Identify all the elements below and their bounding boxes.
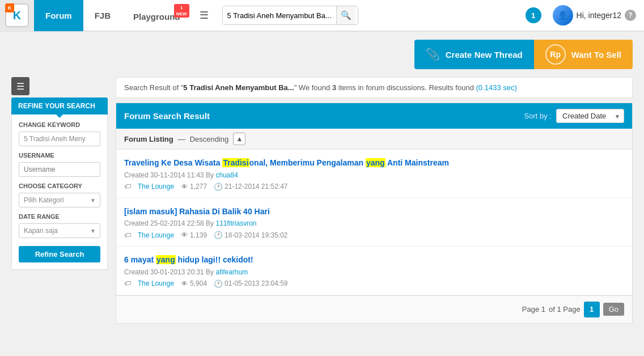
thread-author[interactable]: afifearhum bbox=[215, 268, 248, 276]
clip-icon: 📎 bbox=[426, 48, 440, 61]
refine-body: Change Keyword Username Choose Category … bbox=[11, 115, 108, 270]
notification-badge[interactable]: 1 bbox=[526, 7, 541, 23]
category-label: Choose Category bbox=[19, 183, 100, 189]
go-button[interactable]: Go bbox=[603, 303, 624, 316]
listing-order: Descending bbox=[190, 135, 229, 143]
listing-label: Forum Listing bbox=[124, 135, 173, 143]
thread-category[interactable]: The Lounge bbox=[138, 231, 174, 239]
thread-meta: Created 30-11-2014 11:43 By chua84 bbox=[124, 171, 624, 179]
date-label: Date Range bbox=[19, 213, 100, 220]
action-row: 📎 Create New Thread Rp Want To Sell bbox=[0, 32, 644, 77]
thread-meta: Created 30-01-2013 20:31 By afifearhum bbox=[124, 268, 624, 276]
category-select[interactable]: Pilih Kategori bbox=[19, 193, 100, 207]
user-greeting: Hi, integer12 bbox=[577, 11, 621, 20]
thread-title[interactable]: Traveling Ke Desa Wisata Tradisional, Me… bbox=[124, 158, 624, 169]
thread-views: 👁 1,139 bbox=[181, 231, 207, 239]
search-input[interactable] bbox=[223, 6, 336, 24]
logo-corner: K bbox=[5, 3, 14, 12]
user-area: 👤 Hi, integer12 ? bbox=[545, 5, 644, 26]
date-select[interactable]: Kapan saja bbox=[19, 223, 100, 238]
result-header: Forum Search Result Sort by : Created Da… bbox=[116, 103, 632, 129]
sort-label: Sort by : bbox=[524, 112, 552, 120]
page-of-label: of 1 Page bbox=[549, 305, 581, 313]
page-info: Page 1 bbox=[522, 305, 545, 313]
search-info-bar: Search Result of "5 Tradisi Aneh Menyamb… bbox=[116, 77, 633, 98]
date-select-wrapper: Kapan saja ▼ bbox=[19, 223, 100, 238]
thread-tags: 🏷 The Lounge 👁 5,904 🕐 01-05-2013 23:04:… bbox=[124, 279, 624, 288]
hamburger-button[interactable]: ☰ bbox=[192, 0, 217, 31]
keyword-input[interactable] bbox=[19, 132, 100, 146]
logo-area: K K bbox=[0, 0, 34, 31]
thread-item: Traveling Ke Desa Wisata Tradisional, Me… bbox=[116, 150, 632, 198]
thread-views: 👁 1,277 bbox=[181, 183, 207, 191]
nav-tab-forum[interactable]: Forum bbox=[34, 0, 83, 31]
sort-area: Sort by : Created Date ▼ bbox=[524, 109, 624, 123]
result-panel: Forum Search Result Sort by : Created Da… bbox=[116, 103, 633, 324]
sort-select-wrapper: Created Date ▼ bbox=[556, 109, 624, 123]
user-avatar: 👤 bbox=[553, 5, 573, 26]
username-input[interactable] bbox=[19, 162, 100, 177]
refine-search-button[interactable]: Refine Search bbox=[19, 246, 100, 262]
category-select-wrapper: Pilih Kategori ▼ bbox=[19, 193, 100, 207]
page-number-button[interactable]: 1 bbox=[584, 302, 600, 317]
thread-tags: 🏷 The Lounge 👁 1,139 🕐 18-03-2014 19:35:… bbox=[124, 231, 624, 239]
sort-toggle-button[interactable]: ▲ bbox=[233, 133, 245, 145]
help-icon[interactable]: ? bbox=[625, 10, 636, 21]
keyword-label: Change Keyword bbox=[19, 121, 100, 128]
pagination-bar: Page 1 of 1 Page 1 Go bbox=[116, 295, 632, 323]
username-label: Username bbox=[19, 152, 100, 159]
listing-bar: Forum Listing — Descending ▲ bbox=[116, 129, 632, 150]
thread-category[interactable]: The Lounge bbox=[138, 279, 174, 287]
sidebar-toggle[interactable]: ☰ bbox=[11, 77, 29, 95]
want-to-sell-button[interactable]: Rp Want To Sell bbox=[534, 40, 633, 69]
thread-lastpost: 🕐 01-05-2013 23:04:59 bbox=[214, 279, 287, 288]
search-area: 🔍 bbox=[222, 6, 358, 25]
thread-title[interactable]: [islam masuk] Rahasia Di Balik 40 Hari bbox=[124, 206, 624, 218]
thread-author[interactable]: 111fitriasvron bbox=[215, 219, 256, 227]
logo[interactable]: K K bbox=[5, 3, 29, 27]
thread-author[interactable]: chua84 bbox=[215, 171, 238, 179]
sidebar: ☰ Refine Your Search Change Keyword User… bbox=[11, 77, 108, 324]
nav-tab-playground[interactable]: Playground 1 NEW bbox=[122, 0, 192, 31]
result-title: Forum Search Result bbox=[124, 111, 210, 121]
thread-category[interactable]: The Lounge bbox=[138, 183, 174, 190]
thread-item: [islam masuk] Rahasia Di Balik 40 Hari C… bbox=[116, 198, 632, 247]
thread-meta: Created 25-02-2014 22:58 By 111fitriasvr… bbox=[124, 219, 624, 227]
thread-lastpost: 🕐 21-12-2014 21:52:47 bbox=[214, 183, 287, 191]
search-button[interactable]: 🔍 bbox=[336, 6, 355, 24]
rp-icon: Rp bbox=[545, 44, 566, 65]
playground-badge: 1 NEW bbox=[174, 4, 189, 18]
thread-title[interactable]: 6 mayat yang hidup lagi!! cekidot! bbox=[124, 255, 624, 266]
refine-header: Refine Your Search bbox=[11, 98, 108, 115]
thread-views: 👁 5,904 bbox=[181, 279, 207, 288]
content-area: Search Result of "5 Tradisi Aneh Menyamb… bbox=[116, 77, 633, 324]
thread-tags: 🏷 The Lounge 👁 1,277 🕐 21-12-2014 21:52:… bbox=[124, 183, 624, 191]
main-layout: ☰ Refine Your Search Change Keyword User… bbox=[0, 77, 644, 335]
sort-select[interactable]: Created Date bbox=[556, 109, 624, 123]
thread-lastpost: 🕐 18-03-2014 19:35:02 bbox=[214, 231, 287, 239]
create-thread-button[interactable]: 📎 Create New Thread bbox=[414, 40, 534, 69]
thread-item: 6 mayat yang hidup lagi!! cekidot! Creat… bbox=[116, 247, 632, 295]
top-navigation: K K Forum FJB Playground 1 NEW ☰ 🔍 1 👤 H… bbox=[0, 0, 644, 32]
nav-tab-fjb[interactable]: FJB bbox=[83, 0, 122, 31]
